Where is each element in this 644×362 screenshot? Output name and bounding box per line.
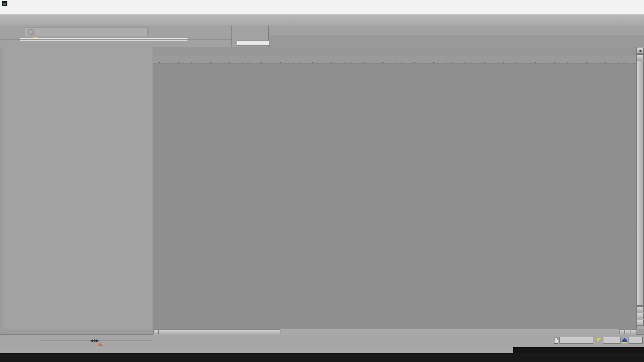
app-icon (2, 1, 7, 6)
media-generators-panel (0, 25, 232, 47)
video-preview-panel (269, 25, 644, 47)
minimize-button[interactable] (599, 0, 614, 7)
marker-bar[interactable] (153, 47, 636, 57)
windows-taskbar (0, 353, 644, 362)
zoom-out-timeline-icon[interactable] (625, 329, 630, 334)
cursor-position-field[interactable] (559, 337, 593, 344)
trimmer-scrollbar[interactable] (237, 40, 269, 46)
track-view: ▣ (0, 47, 644, 329)
panel-controls (0, 25, 4, 27)
scroll-down-icon[interactable] (637, 306, 644, 312)
dock-tab-strip (0, 39, 231, 47)
rate-center-marker-icon[interactable] (98, 342, 103, 346)
zoom-in-timeline-icon[interactable] (631, 329, 636, 334)
time-ruler[interactable] (153, 56, 636, 63)
search-icon (28, 29, 34, 35)
selection-start-field[interactable] (603, 337, 621, 344)
zoom-out-vertical-icon[interactable] (637, 320, 644, 326)
scroll-up-icon[interactable] (637, 54, 644, 60)
track-header-column (3, 47, 153, 329)
transport-bar-row: ◀◆▶ (0, 334, 644, 348)
panel-controls (232, 25, 236, 47)
maximize-button[interactable] (614, 0, 629, 7)
selection-start-icon (597, 338, 601, 342)
title-bar (0, 0, 644, 8)
record-duration-text (513, 347, 644, 353)
vertical-scrollbar[interactable]: ▣ (636, 47, 644, 329)
vertical-scroll-thumb[interactable] (637, 61, 644, 306)
timeline[interactable] (153, 47, 636, 329)
cursor-position-icon (554, 338, 558, 344)
zoom-in-vertical-icon[interactable] (637, 313, 644, 319)
edit-details-corner-icon[interactable]: ▣ (637, 48, 644, 54)
panel-controls (269, 25, 273, 27)
main-toolbar (0, 14, 644, 26)
scroll-left-icon[interactable] (153, 329, 159, 334)
status-bar (0, 347, 644, 353)
horizontal-scroll-thumb[interactable] (159, 329, 280, 334)
module-search-input[interactable] (25, 28, 148, 36)
trimmer-panel (232, 25, 269, 47)
playback-rate-area: ◀◆▶ (0, 335, 153, 348)
scroll-right-icon[interactable] (619, 329, 625, 334)
vegas-pro-window: ▣ ◀◆▶ (0, 0, 644, 362)
horizontal-scrollbar[interactable] (153, 329, 636, 335)
window-dock-area (0, 25, 644, 47)
menu-bar (0, 7, 644, 15)
close-button[interactable] (629, 0, 644, 7)
preview-info-bar (269, 36, 644, 47)
selection-length-field[interactable] (629, 337, 643, 344)
